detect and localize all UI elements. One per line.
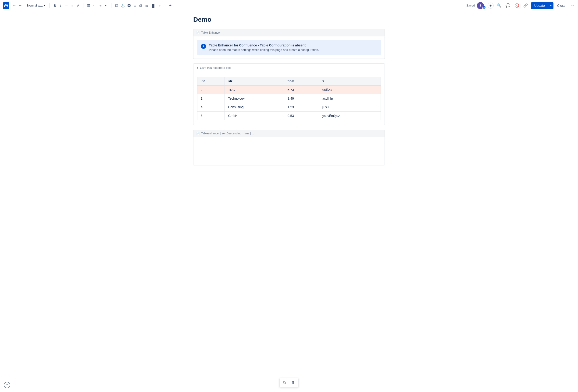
format-group: B I ··· ≡ A [52, 3, 81, 8]
sep-1 [49, 3, 49, 8]
align-button[interactable]: ≡ [69, 3, 75, 8]
info-body: Please open the macro settings while edi… [209, 48, 319, 52]
text-style-dropdown[interactable]: Normal text ▾ [25, 3, 47, 8]
comment-button[interactable]: 💬 [504, 2, 511, 9]
insert-group: ☑ ⚓ 🖼 ☺ @ ⊞ ▐▌ + [114, 3, 162, 8]
link-button[interactable]: ⚓ [120, 3, 126, 8]
table-enhancer-macro: 📄 Table Enhancer i Table Enhancer for Co… [193, 29, 385, 59]
layout-button[interactable]: ▐▌ [150, 3, 157, 8]
page-content: Demo 📄 Table Enhancer i Table Enhancer f… [184, 11, 394, 189]
table-body: 2 TNG 5.73 90ß23u 1 Technology 9.49 asdj… [197, 86, 381, 120]
page-title[interactable]: Demo [193, 16, 385, 23]
search-button[interactable]: 🔍 [495, 2, 503, 9]
info-text: Table Enhancer for Confluence - Table Co… [209, 43, 319, 52]
sep-3 [111, 3, 111, 8]
ai-button[interactable]: ✦ [168, 2, 173, 9]
bullet-list-button[interactable]: ☰ [86, 3, 91, 8]
data-table: int str float ? 2 TNG 5.73 90ß23u 1 [197, 77, 381, 120]
text-style-caret: ▾ [44, 4, 45, 7]
cell-float: 0.53 [284, 112, 319, 120]
numbered-list-button[interactable]: ≔ [92, 3, 97, 8]
expand-header[interactable]: ▾ Give this expand a title... [193, 64, 385, 72]
task-button[interactable]: ☑ [114, 3, 119, 8]
cell-question: asdjhfp [319, 94, 381, 103]
sep-4 [165, 3, 165, 8]
add-collaborator-button[interactable]: + [487, 2, 494, 9]
text-cursor [197, 140, 197, 144]
italic-button[interactable]: I [58, 3, 63, 8]
undo-button[interactable]: ↩ [12, 3, 17, 8]
main-toolbar: ↩ ↪ Normal text ▾ B I ··· ≡ A ☰ ≔ ⇥ ⇤ ☑ … [0, 0, 578, 11]
app-logo [3, 2, 9, 9]
col-question: ? [319, 77, 381, 86]
cell-question: ysdvßm9juz [319, 112, 381, 120]
cell-str: Consulting [225, 103, 284, 112]
update-button-group: Update ▾ [531, 2, 553, 9]
emoji-button[interactable]: ☺ [132, 3, 138, 8]
cell-int: 4 [197, 103, 225, 112]
undo-redo-group: ↩ ↪ [12, 3, 23, 8]
info-box: i Table Enhancer for Confluence - Table … [197, 40, 381, 55]
cell-question: μ s98 [319, 103, 381, 112]
cell-int: 1 [197, 94, 225, 103]
macro-header-label: Table Enhancer [201, 31, 221, 34]
table-row: 1 Technology 9.49 asdjhfp [197, 94, 381, 103]
col-float: float [284, 77, 319, 86]
expand-block: ▾ Give this expand a title... int str fl… [193, 63, 385, 125]
sep-2 [83, 3, 83, 8]
update-caret-button[interactable]: ▾ [548, 2, 553, 9]
expand-title-placeholder[interactable]: Give this expand a title... [200, 66, 233, 70]
bold-button[interactable]: B [52, 3, 57, 8]
text-style-label: Normal text [27, 4, 43, 7]
redo-button[interactable]: ↪ [17, 3, 23, 8]
table-row: 4 Consulting 1.23 μ s98 [197, 103, 381, 112]
outdent-button[interactable]: ⇤ [103, 3, 109, 8]
restrict-button[interactable]: 🚫 [513, 2, 520, 9]
info-icon: i [201, 44, 206, 49]
cell-str: Technology [225, 94, 284, 103]
list-group: ☰ ≔ ⇥ ⇤ [86, 3, 109, 8]
tableenhancer-header-label: Tableenhancer | sortDescending = true | … [201, 132, 254, 135]
cell-float: 9.49 [284, 94, 319, 103]
cell-question: 90ß23u [319, 86, 381, 94]
tableenhancer-icon: 📄 [196, 132, 200, 135]
expand-body: int str float ? 2 TNG 5.73 90ß23u 1 [193, 72, 385, 125]
macro-body: i Table Enhancer for Confluence - Table … [193, 37, 385, 59]
cell-str: GmbH [225, 112, 284, 120]
table-button[interactable]: ⊞ [144, 3, 149, 8]
tableenhancer-header: 📄 Tableenhancer | sortDescending = true … [193, 130, 385, 137]
image-button[interactable]: 🖼 [126, 3, 132, 8]
macro-header: 📄 Table Enhancer [193, 29, 385, 37]
permalink-button[interactable]: 🔗 [522, 2, 529, 9]
toolbar-right: Saved S S + 🔍 💬 🚫 🔗 Update ▾ Close ··· [466, 2, 575, 9]
table-header-row: int str float ? [197, 77, 381, 86]
cell-float: 5.73 [284, 86, 319, 94]
collaborators: S S [477, 2, 486, 9]
close-button[interactable]: Close [555, 3, 568, 8]
more-format-button[interactable]: ··· [64, 3, 69, 8]
table-row: 2 TNG 5.73 90ß23u [197, 86, 381, 94]
update-button[interactable]: Update [531, 2, 548, 9]
indent-button[interactable]: ⇥ [97, 3, 103, 8]
cell-float: 1.23 [284, 103, 319, 112]
mention-button[interactable]: @ [138, 3, 144, 8]
col-int: int [197, 77, 225, 86]
saved-status: Saved [466, 4, 475, 7]
macro-icon: 📄 [196, 31, 200, 34]
tableenhancer-block: 📄 Tableenhancer | sortDescending = true … [193, 130, 385, 165]
col-str: str [225, 77, 284, 86]
table-header: int str float ? [197, 77, 381, 86]
cell-str: TNG [225, 86, 284, 94]
expand-chevron-icon: ▾ [197, 66, 198, 70]
more-options-button[interactable]: ··· [569, 2, 575, 9]
saved-text: Saved [466, 4, 475, 7]
cell-int: 3 [197, 112, 225, 120]
info-title: Table Enhancer for Confluence - Table Co… [209, 43, 319, 47]
cell-int: 2 [197, 86, 225, 94]
text-color-button[interactable]: A [75, 3, 81, 8]
tableenhancer-body[interactable] [193, 137, 385, 165]
avatar-badge: S [482, 6, 486, 9]
table-row: 3 GmbH 0.53 ysdvßm9juz [197, 112, 381, 120]
insert-plus-button[interactable]: + [157, 3, 163, 8]
